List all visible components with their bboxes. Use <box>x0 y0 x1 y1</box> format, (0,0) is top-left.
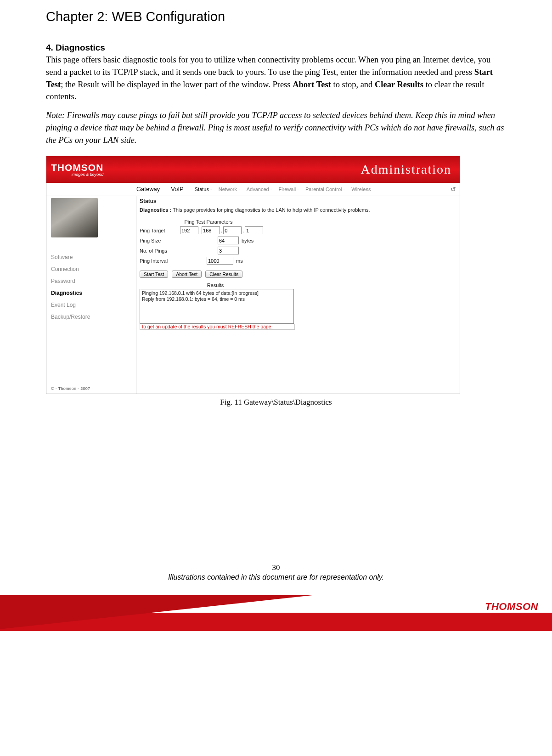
ip-octet-3[interactable] <box>223 226 242 234</box>
app-header: THOMSON images & beyond Administration <box>46 156 460 183</box>
sub-tab-firewall[interactable]: Firewall - <box>278 186 299 192</box>
sidebar-item-diagnostics[interactable]: Diagnostics <box>46 287 136 299</box>
desc-text: This page provides for ping diagnostics … <box>171 207 370 213</box>
ip-octet-4[interactable] <box>245 226 263 234</box>
sidebar-item-eventlog[interactable]: Event Log <box>46 299 136 311</box>
dot: . <box>199 228 201 233</box>
row-ping-target: Ping Target . . . <box>140 226 455 236</box>
desc-label: Diagnostics : <box>140 207 171 213</box>
refresh-note: To get an update of the results you must… <box>140 324 295 330</box>
page-number: 30 <box>46 563 506 572</box>
sub-tab-advanced[interactable]: Advanced - <box>247 186 272 192</box>
sub-tab-parental[interactable]: Parental Control - <box>305 186 345 192</box>
figure-caption: Fig. 11 Gateway\Status\Diagnostics <box>46 398 506 407</box>
bold-abort-test: Abort Test <box>293 80 331 89</box>
brand-logo: THOMSON images & beyond <box>51 162 103 177</box>
results-box: Pinging 192.168.0.1 with 64 bytes of dat… <box>140 289 294 324</box>
copyright: © - Thomson - 2007 <box>46 384 136 394</box>
main-tab-voip[interactable]: VoIP <box>171 186 183 192</box>
embedded-screenshot: THOMSON images & beyond Administration G… <box>46 156 460 394</box>
main-tab-gateway[interactable]: Gateway <box>136 186 160 192</box>
section-title: 4. Diagnostics <box>46 43 506 53</box>
row-ping-size: Ping Size bytes <box>140 236 455 246</box>
sub-tab-wireless[interactable]: Wireless <box>351 186 371 192</box>
button-row: Start Test Abort Test Clear Results <box>140 271 455 278</box>
ip-octet-1[interactable] <box>180 226 198 234</box>
banner-title: Administration <box>360 162 451 177</box>
sidebar-item-password[interactable]: Password <box>46 275 136 287</box>
clear-results-button[interactable]: Clear Results <box>205 271 242 278</box>
dot: . <box>221 228 222 233</box>
document-footer-banner: THOMSON <box>0 595 552 631</box>
sidebar-item-backup[interactable]: Backup/Restore <box>46 311 136 323</box>
content-panel: Status Diagnostics : This page provides … <box>136 196 460 394</box>
label-ping-target: Ping Target <box>140 228 180 233</box>
text: This page offers basic diagnostic tools … <box>46 55 490 77</box>
tab-bar: Gateway VoIP Status - Network - Advanced… <box>46 183 460 196</box>
label-ping-interval: Ping Interval <box>140 258 180 264</box>
brand-logo-text: THOMSON <box>51 162 103 173</box>
content-description: Diagnostics : This page provides for pin… <box>140 207 455 213</box>
label-ping-size: Ping Size <box>140 238 180 243</box>
chapter-title: Chapter 2: WEB Configuration <box>46 9 506 24</box>
note-paragraph: Note: Firewalls may cause pings to fail … <box>46 109 506 146</box>
text: ; the Result will be displayed in the lo… <box>61 80 293 89</box>
row-ping-interval: Ping Interval ms <box>140 256 455 266</box>
sub-tab-network[interactable]: Network - <box>219 186 240 192</box>
avatar <box>51 198 98 237</box>
sidebar-item-software[interactable]: Software <box>46 251 136 263</box>
sub-tab-status[interactable]: Status - <box>195 186 212 192</box>
unit-bytes: bytes <box>242 238 253 243</box>
sidebar-item-connection[interactable]: Connection <box>46 263 136 275</box>
brand-tagline: images & beyond <box>51 172 103 177</box>
footer-brand-logo: THOMSON <box>485 601 538 613</box>
label-ping-count: No. of Pings <box>140 248 180 254</box>
representation-note: Illustrations contained in this document… <box>46 573 506 581</box>
abort-test-button[interactable]: Abort Test <box>172 271 202 278</box>
row-ping-count: No. of Pings <box>140 246 455 256</box>
refresh-icon[interactable]: ↺ <box>451 186 456 193</box>
sidebar: Software Connection Password Diagnostics… <box>46 196 136 394</box>
content-heading: Status <box>140 198 455 204</box>
unit-ms: ms <box>236 258 243 264</box>
results-line: Reply from 192.168.0.1: bytes = 64, time… <box>142 296 292 302</box>
input-ping-size[interactable] <box>218 237 239 244</box>
dot: . <box>242 228 244 233</box>
results-title: Results <box>140 282 291 288</box>
intro-paragraph: This page offers basic diagnostic tools … <box>46 54 506 103</box>
ip-octet-2[interactable] <box>202 226 220 234</box>
text: to stop, and <box>331 80 375 89</box>
params-title: Ping Test Parameters <box>140 219 277 225</box>
input-ping-count[interactable] <box>218 247 239 254</box>
input-ping-interval[interactable] <box>207 257 233 265</box>
bold-clear-results: Clear Results <box>375 80 423 89</box>
results-line: Pinging 192.168.0.1 with 64 bytes of dat… <box>142 290 292 296</box>
start-test-button[interactable]: Start Test <box>140 271 168 278</box>
